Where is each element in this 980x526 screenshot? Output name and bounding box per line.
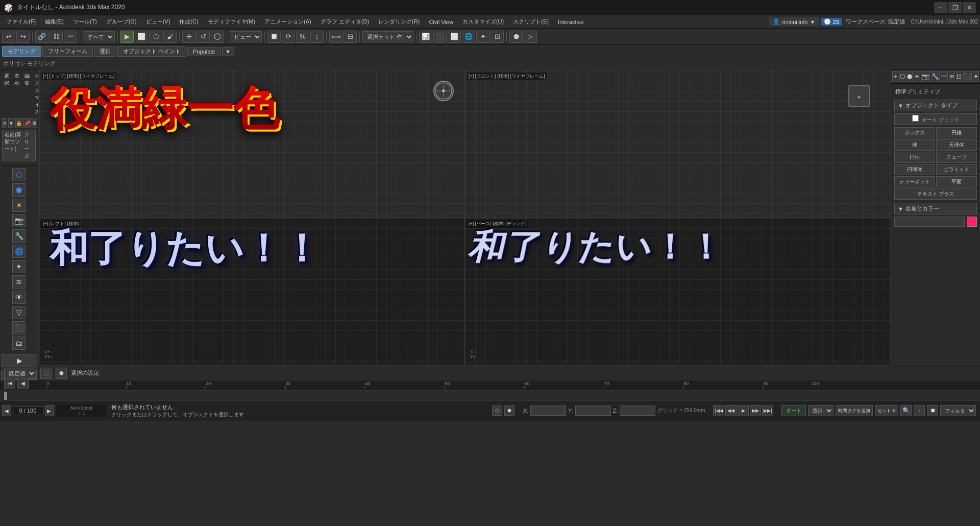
go-end-anim-btn[interactable]: ▶▶|	[762, 405, 773, 416]
effects-button[interactable]: ✦	[476, 31, 489, 43]
tab-selection[interactable]: 選択	[94, 46, 116, 57]
percent-snap-button[interactable]: %	[296, 31, 309, 43]
mode-dropdown[interactable]: 既定値	[4, 368, 36, 379]
viewport-front-label[interactable]: [+] [フロント] [標準] [ワイヤフレーム]	[467, 73, 547, 80]
rp-btn-9[interactable]: ⊡	[956, 71, 962, 82]
auto-key-btn[interactable]: オート	[781, 405, 806, 416]
bag-btn[interactable]: 🗂	[12, 337, 26, 350]
prev-frame-btn[interactable]: ◀	[2, 405, 11, 416]
pyramid-btn[interactable]: ピラミッド	[936, 164, 977, 175]
scene-pin-btn[interactable]: 📌	[23, 118, 31, 128]
select-object-button[interactable]: ▶	[120, 31, 134, 43]
sphere-btn[interactable]: 球	[894, 139, 935, 151]
rp-btn-10[interactable]: ⬛	[963, 71, 972, 82]
scene-opt-btn[interactable]: ⚙	[32, 118, 37, 128]
material-editor-button[interactable]: ⬛	[433, 31, 447, 43]
render-frame-button[interactable]: ▷	[524, 31, 537, 43]
menu-edit[interactable]: 編集(E)	[41, 17, 68, 27]
menu-create[interactable]: 作成(C)	[175, 17, 202, 27]
timeline-scrubber[interactable]	[0, 391, 980, 401]
environment-button[interactable]: 🌐	[462, 31, 475, 43]
frame-counter-input[interactable]	[13, 406, 43, 415]
x-coord-input[interactable]	[530, 405, 566, 416]
object-type-section[interactable]: ▼ オブジェクト タイプ	[894, 100, 977, 111]
modifier-btn[interactable]: ≋	[12, 275, 26, 289]
menu-graph-editor[interactable]: グラフ エディタ(D)	[316, 17, 373, 27]
render-setup-button[interactable]: ⬟	[509, 31, 523, 43]
geosphere-btn[interactable]: 天球体	[936, 139, 977, 151]
spinner-snap-button[interactable]: ↕	[310, 31, 324, 43]
light-btn[interactable]: ☀	[12, 199, 26, 212]
auto-grid-checkbox[interactable]: オート グリッド	[894, 113, 977, 125]
snap-toggle-button[interactable]: 🔲	[267, 31, 281, 43]
angle-snap-button[interactable]: ⟳	[282, 31, 295, 43]
select-region-button[interactable]: ⬜	[135, 31, 148, 43]
add-time-tag-btn[interactable]: 時間タグを追加	[836, 405, 873, 416]
render-icon-btn-2[interactable]: ⬟	[504, 405, 514, 416]
particle-btn[interactable]: ✦	[12, 260, 26, 273]
scene-filter-btn[interactable]: ▼	[8, 118, 14, 128]
menu-file[interactable]: ファイル(F)	[2, 17, 40, 27]
teapot-btn[interactable]: ティーポット	[894, 176, 935, 187]
filter-btn[interactable]: ▽	[12, 306, 26, 319]
cone-btn[interactable]: 円錐	[936, 127, 977, 138]
spacewarp-btn[interactable]: 🌀	[12, 245, 26, 258]
auto-grid-input[interactable]	[912, 115, 919, 122]
menu-customize[interactable]: カスタマイズ(U)	[458, 17, 508, 27]
go-start-btn[interactable]: |◀	[4, 378, 15, 389]
menu-animation[interactable]: アニメーション(A)	[260, 17, 315, 27]
go-start-anim-btn[interactable]: |◀◀	[713, 405, 724, 416]
viewport-persp[interactable]: [+] [パース] [標準] [ディング] 和了りたい！！ X→ Y↑	[464, 218, 890, 365]
textplus-btn[interactable]: テキスト プラス	[894, 188, 977, 200]
tab-object-paint[interactable]: オブジェクト ペイント	[117, 46, 186, 57]
select-set-dropdown[interactable]: 選択	[808, 405, 834, 416]
rp-btn-7[interactable]: 〰	[941, 71, 948, 82]
menu-script[interactable]: スクリプト(S)	[509, 17, 553, 27]
search-btn[interactable]: 🔍	[900, 405, 912, 416]
rp-btn-3[interactable]: ⬟	[906, 71, 913, 82]
helper-btn[interactable]: 🔧	[12, 229, 26, 243]
filter-dropdown[interactable]: すべて	[83, 31, 115, 42]
rp-btn-1[interactable]: +	[892, 71, 898, 82]
menu-modifier[interactable]: モディファイヤ(M)	[204, 17, 260, 27]
scene-lock-btn[interactable]: 🔒	[15, 118, 22, 128]
link-button[interactable]: 🔗	[35, 31, 48, 43]
rp-btn-4[interactable]: ☀	[914, 71, 920, 82]
maxscript-area[interactable]: MAXScript ミニ	[56, 404, 107, 417]
bind-button[interactable]: 〰	[64, 31, 77, 43]
rp-btn-5[interactable]: 📷	[921, 71, 930, 82]
plane-btn[interactable]: 平面	[936, 176, 977, 187]
move-button[interactable]: ✛	[182, 31, 195, 43]
select-paint-button[interactable]: 🖌	[163, 31, 177, 43]
schematic-view-button[interactable]: 📊	[419, 31, 432, 43]
layer-btn2[interactable]: ⬟	[56, 368, 67, 379]
menu-group[interactable]: グループ(G)	[102, 17, 141, 27]
shape-btn[interactable]: ⬟	[12, 183, 26, 197]
y-coord-input[interactable]	[575, 405, 611, 416]
next-frame-btn[interactable]: ▶	[45, 405, 54, 416]
viewport-left[interactable]: [+] [レフト] [標準] 和了りたい！！ X+→ Y+↑	[39, 218, 464, 365]
menu-view[interactable]: ビュー(V)	[142, 17, 175, 27]
menu-rendering[interactable]: レンダリング(R)	[374, 17, 424, 27]
geometry-btn[interactable]: ⬡	[12, 168, 26, 181]
minimize-button[interactable]: −	[934, 2, 947, 13]
coord-system-dropdown[interactable]: ビュー	[230, 31, 262, 42]
close-button[interactable]: ✕	[963, 2, 976, 13]
expand-btn[interactable]: ▶	[2, 354, 37, 367]
unlink-button[interactable]: ⛓	[50, 31, 63, 43]
scrubber-handle[interactable]	[4, 392, 7, 400]
layer-btn[interactable]: ⬛	[40, 368, 52, 379]
rp-btn-11[interactable]: ✦	[973, 71, 979, 82]
scale-button[interactable]: ⬡	[211, 31, 224, 43]
next-frame-anim-btn[interactable]: ▶▶	[750, 405, 761, 416]
cylinder-btn[interactable]: 円柱	[894, 152, 935, 163]
prev-key-btn[interactable]: ◀	[17, 378, 29, 389]
render-icon-btn-1[interactable]: ⬡	[492, 405, 502, 416]
mirror-button[interactable]: ⟺	[329, 31, 342, 43]
window-controls[interactable]: − ❐ ✕	[934, 2, 976, 13]
raytracer-button[interactable]: ⊡	[491, 31, 504, 43]
name-color-section[interactable]: ▼ 名前とカラー	[894, 203, 977, 214]
tab-extras[interactable]: ▼	[222, 47, 234, 56]
tab-populate[interactable]: Populate	[187, 47, 220, 56]
box-btn[interactable]: ボックス	[894, 127, 935, 138]
